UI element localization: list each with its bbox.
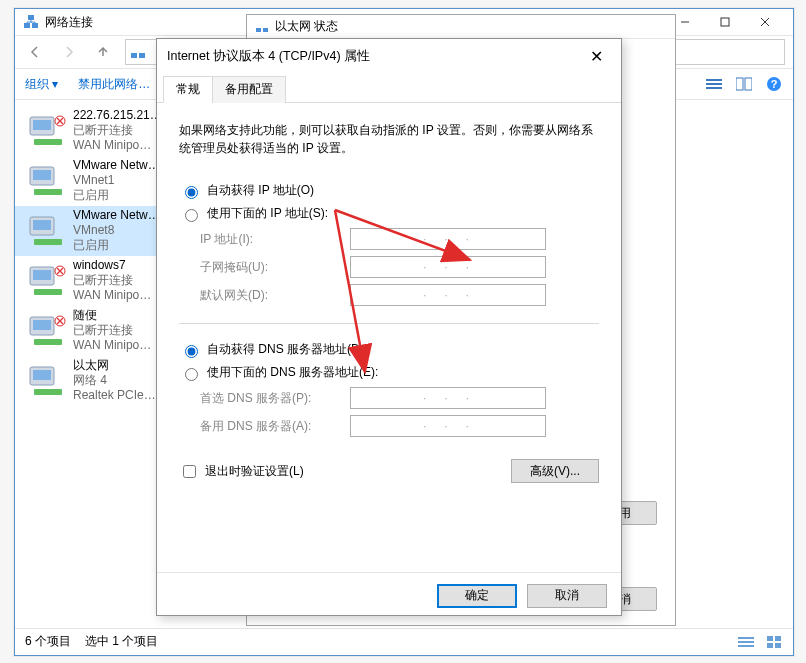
gateway-input: · · ·	[350, 284, 546, 306]
svg-rect-35	[738, 641, 754, 643]
connection-name: 以太网	[73, 358, 156, 373]
tab-alternate[interactable]: 备用配置	[212, 76, 286, 103]
svg-rect-9	[736, 78, 743, 90]
window-controls	[665, 11, 785, 33]
radio-ip-auto[interactable]: 自动获得 IP 地址(O)	[180, 182, 598, 199]
radio-dns-auto[interactable]: 自动获得 DNS 服务器地址(B)	[180, 341, 598, 358]
adapter-icon	[23, 158, 69, 204]
ip-address-row: IP 地址(I): · · ·	[200, 228, 598, 250]
subnet-input: · · ·	[350, 256, 546, 278]
view-icon[interactable]	[705, 75, 723, 93]
status-item-count: 6 个项目	[25, 633, 71, 650]
network-icon	[130, 44, 146, 60]
details-view-icon[interactable]	[737, 633, 755, 651]
stack-titlebar[interactable]: 以太网 状态	[247, 15, 675, 39]
connection-name: VMware Netw…	[73, 158, 160, 173]
radio-ip-manual-input[interactable]	[185, 209, 198, 222]
ip-group: 自动获得 IP 地址(O) 使用下面的 IP 地址(S): IP 地址(I): …	[179, 175, 599, 313]
close-icon[interactable]: ✕	[581, 44, 611, 68]
connection-state: 已断开连接	[73, 323, 151, 338]
svg-rect-14	[33, 120, 51, 130]
dns-alt-row: 备用 DNS 服务器(A): · · ·	[200, 415, 598, 437]
svg-rect-28	[33, 320, 51, 330]
subnet-row: 子网掩码(U): · · ·	[200, 256, 598, 278]
svg-rect-2	[28, 15, 34, 20]
subnet-label: 子网掩码(U):	[200, 259, 350, 276]
connection-device: Realtek PCIe…	[73, 388, 156, 403]
connection-device: WAN Minipo…	[73, 138, 162, 153]
ok-button[interactable]: 确定	[437, 584, 517, 608]
dialog-tabs: 常规 备用配置	[157, 73, 621, 103]
separator	[179, 323, 599, 324]
gateway-label: 默认网关(D):	[200, 287, 350, 304]
svg-rect-10	[745, 78, 752, 90]
svg-rect-32	[33, 370, 51, 380]
nav-back-icon[interactable]	[23, 40, 47, 64]
advanced-button[interactable]: 高级(V)...	[511, 459, 599, 483]
svg-rect-24	[33, 270, 51, 280]
close-button[interactable]	[745, 11, 785, 33]
radio-dns-auto-input[interactable]	[185, 345, 198, 358]
adapter-icon	[23, 358, 69, 404]
dns-alt-label: 备用 DNS 服务器(A):	[200, 418, 350, 435]
dns-pref-input: · · ·	[350, 387, 546, 409]
connection-device: WAN Minipo…	[73, 338, 151, 353]
large-icons-view-icon[interactable]	[765, 633, 783, 651]
adapter-icon	[23, 258, 69, 304]
organize-menu[interactable]: 组织 ▾	[25, 76, 58, 93]
radio-ip-auto-input[interactable]	[185, 186, 198, 199]
svg-rect-33	[34, 389, 62, 395]
dialog-footer: 确定 取消	[157, 572, 621, 618]
radio-ip-manual[interactable]: 使用下面的 IP 地址(S):	[180, 205, 598, 222]
dns-group: 自动获得 DNS 服务器地址(B) 使用下面的 DNS 服务器地址(E): 首选…	[179, 334, 599, 444]
connection-name: 随便	[73, 308, 151, 323]
radio-dns-manual-input[interactable]	[185, 368, 198, 381]
svg-rect-34	[738, 637, 754, 639]
svg-rect-36	[738, 645, 754, 647]
ipv4-properties-dialog: Internet 协议版本 4 (TCP/IPv4) 属性 ✕ 常规 备用配置 …	[156, 38, 622, 616]
svg-rect-42	[263, 28, 268, 32]
disable-network-button[interactable]: 禁用此网络…	[78, 76, 150, 93]
svg-rect-8	[706, 87, 722, 89]
explorer-statusbar: 6 个项目 选中 1 个项目	[15, 628, 793, 654]
connection-device: WAN Minipo…	[73, 288, 151, 303]
svg-text:?: ?	[771, 78, 778, 90]
radio-ip-manual-label: 使用下面的 IP 地址(S):	[207, 205, 328, 222]
svg-rect-40	[775, 643, 781, 648]
svg-rect-1	[32, 23, 38, 28]
svg-rect-3	[721, 18, 729, 26]
connection-device: 已启用	[73, 188, 160, 203]
adapter-icon	[23, 108, 69, 154]
help-icon[interactable]: ?	[765, 75, 783, 93]
cancel-button[interactable]: 取消	[527, 584, 607, 608]
connection-state: 已断开连接	[73, 273, 151, 288]
nav-up-icon[interactable]	[91, 40, 115, 64]
preview-icon[interactable]	[735, 75, 753, 93]
svg-rect-39	[767, 643, 773, 648]
connection-device: 已启用	[73, 238, 160, 253]
validate-label: 退出时验证设置(L)	[205, 463, 304, 480]
dns-pref-row: 首选 DNS 服务器(P): · · ·	[200, 387, 598, 409]
stack-title: 以太网 状态	[275, 18, 338, 35]
svg-rect-21	[33, 220, 51, 230]
radio-ip-auto-label: 自动获得 IP 地址(O)	[207, 182, 314, 199]
dialog-body: 如果网络支持此功能，则可以获取自动指派的 IP 设置。否则，你需要从网络系统管理…	[157, 103, 621, 572]
adapter-icon	[23, 208, 69, 254]
tab-general[interactable]: 常规	[163, 76, 213, 103]
svg-rect-25	[34, 289, 62, 295]
ip-address-label: IP 地址(I):	[200, 231, 350, 248]
svg-rect-7	[706, 83, 722, 85]
connection-state: 已断开连接	[73, 123, 162, 138]
validate-checkbox[interactable]	[183, 465, 196, 478]
svg-rect-19	[34, 189, 62, 195]
radio-dns-auto-label: 自动获得 DNS 服务器地址(B)	[207, 341, 363, 358]
connection-name: windows7	[73, 258, 151, 273]
maximize-button[interactable]	[705, 11, 745, 33]
radio-dns-manual[interactable]: 使用下面的 DNS 服务器地址(E):	[180, 364, 598, 381]
connection-state: 网络 4	[73, 373, 156, 388]
nav-forward-icon[interactable]	[57, 40, 81, 64]
svg-rect-6	[706, 79, 722, 81]
dialog-description: 如果网络支持此功能，则可以获取自动指派的 IP 设置。否则，你需要从网络系统管理…	[179, 121, 599, 157]
dialog-title: Internet 协议版本 4 (TCP/IPv4) 属性	[167, 48, 370, 65]
dialog-titlebar[interactable]: Internet 协议版本 4 (TCP/IPv4) 属性 ✕	[157, 39, 621, 73]
